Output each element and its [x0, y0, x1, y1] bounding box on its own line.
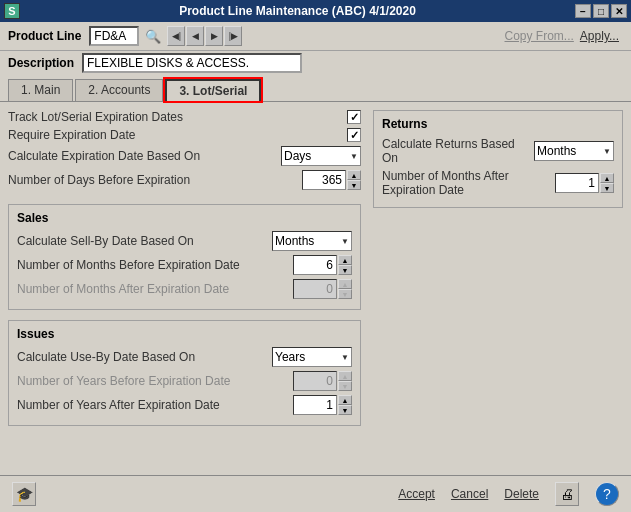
months-after-down: ▼ [338, 289, 352, 299]
require-exp-label: Require Expiration Date [8, 128, 343, 142]
days-before-up[interactable]: ▲ [347, 170, 361, 180]
description-row: Description [0, 51, 631, 75]
top-fields: Track Lot/Serial Expiration Dates Requir… [8, 110, 361, 194]
years-before-spin: 0 ▲ ▼ [293, 371, 352, 391]
years-before-value: 0 [293, 371, 337, 391]
close-button[interactable]: ✕ [611, 4, 627, 18]
months-before-spin: 6 ▲ ▼ [293, 255, 352, 275]
months-before-up[interactable]: ▲ [338, 255, 352, 265]
calc-exp-row: Calculate Expiration Date Based On Days … [8, 146, 361, 166]
delete-button[interactable]: Delete [504, 487, 539, 501]
bottom-left: 🎓 [12, 482, 36, 506]
issues-section: Issues Calculate Use-By Date Based On Ye… [8, 320, 361, 426]
right-panel: Returns Calculate Returns Based On Month… [373, 110, 623, 467]
useby-row: Calculate Use-By Date Based On Years ▼ [17, 347, 352, 367]
useby-label: Calculate Use-By Date Based On [17, 350, 268, 364]
returns-section: Returns Calculate Returns Based On Month… [373, 110, 623, 208]
years-after-spin-btns: ▲ ▼ [338, 395, 352, 415]
product-line-label: Product Line [8, 29, 81, 43]
returns-months-after-value[interactable]: 1 [555, 173, 599, 193]
description-label: Description [8, 56, 74, 70]
months-after-spin-btns: ▲ ▼ [338, 279, 352, 299]
minimize-button[interactable]: − [575, 4, 591, 18]
returns-months-after-spin: 1 ▲ ▼ [555, 173, 614, 193]
content-area: Track Lot/Serial Expiration Dates Requir… [0, 101, 631, 475]
months-before-down[interactable]: ▼ [338, 265, 352, 275]
require-exp-checkbox[interactable] [347, 128, 361, 142]
calc-exp-arrow: ▼ [350, 152, 358, 161]
days-before-spin-btns: ▲ ▼ [347, 170, 361, 190]
accept-button[interactable]: Accept [398, 487, 435, 501]
sellby-label: Calculate Sell-By Date Based On [17, 234, 268, 248]
months-after-label: Number of Months After Expiration Date [17, 282, 289, 296]
left-panel: Track Lot/Serial Expiration Dates Requir… [8, 110, 361, 467]
tab-accounts[interactable]: 2. Accounts [75, 79, 163, 101]
days-before-down[interactable]: ▼ [347, 180, 361, 190]
nav-next-button[interactable]: ▶ [205, 26, 223, 46]
apply-button[interactable]: Apply... [580, 29, 619, 43]
months-before-row: Number of Months Before Expiration Date … [17, 255, 352, 275]
years-before-spin-btns: ▲ ▼ [338, 371, 352, 391]
search-icon[interactable]: 🔍 [145, 29, 161, 44]
useby-value: Years [275, 350, 305, 364]
calc-exp-select[interactable]: Days ▼ [281, 146, 361, 166]
sales-title: Sales [17, 211, 352, 225]
days-before-spin: 365 ▲ ▼ [302, 170, 361, 190]
years-after-down[interactable]: ▼ [338, 405, 352, 415]
months-after-spin: 0 ▲ ▼ [293, 279, 352, 299]
days-before-label: Number of Days Before Expiration [8, 173, 298, 187]
maximize-button[interactable]: □ [593, 4, 609, 18]
cancel-button[interactable]: Cancel [451, 487, 488, 501]
bottom-bar: 🎓 Accept Cancel Delete 🖨 ? [0, 475, 631, 512]
days-before-value[interactable]: 365 [302, 170, 346, 190]
years-after-row: Number of Years After Expiration Date 1 … [17, 395, 352, 415]
returns-months-after-down[interactable]: ▼ [600, 183, 614, 193]
question-icon-button[interactable]: ? [595, 482, 619, 506]
bottom-right: Accept Cancel Delete 🖨 ? [398, 482, 619, 506]
window-controls: − □ ✕ [575, 4, 627, 18]
nav-prev-button[interactable]: ◀ [186, 26, 204, 46]
description-input[interactable] [82, 53, 302, 73]
years-after-label: Number of Years After Expiration Date [17, 398, 289, 412]
track-lot-label: Track Lot/Serial Expiration Dates [8, 110, 343, 124]
print-icon-button[interactable]: 🖨 [555, 482, 579, 506]
nav-last-button[interactable]: |▶ [224, 26, 242, 46]
sales-section: Sales Calculate Sell-By Date Based On Mo… [8, 204, 361, 310]
returns-calc-row: Calculate Returns Based On Months ▼ [382, 137, 614, 165]
useby-select[interactable]: Years ▼ [272, 347, 352, 367]
returns-months-after-spin-btns: ▲ ▼ [600, 173, 614, 193]
returns-months-after-row: Number of Months After Expiration Date 1… [382, 169, 614, 197]
track-lot-row: Track Lot/Serial Expiration Dates [8, 110, 361, 124]
months-before-label: Number of Months Before Expiration Date [17, 258, 289, 272]
years-before-row: Number of Years Before Expiration Date 0… [17, 371, 352, 391]
track-lot-checkbox[interactable] [347, 110, 361, 124]
years-before-label: Number of Years Before Expiration Date [17, 374, 289, 388]
years-after-value[interactable]: 1 [293, 395, 337, 415]
tab-bar: 1. Main 2. Accounts 3. Lot/Serial [0, 75, 631, 101]
sellby-arrow: ▼ [341, 237, 349, 246]
returns-calc-select[interactable]: Months ▼ [534, 141, 614, 161]
months-before-spin-btns: ▲ ▼ [338, 255, 352, 275]
returns-calc-value: Months [537, 144, 576, 158]
sellby-row: Calculate Sell-By Date Based On Months ▼ [17, 231, 352, 251]
help-icon-button[interactable]: 🎓 [12, 482, 36, 506]
product-line-input[interactable] [89, 26, 139, 46]
returns-calc-arrow: ▼ [603, 147, 611, 156]
returns-months-after-label: Number of Months After Expiration Date [382, 169, 551, 197]
returns-title: Returns [382, 117, 614, 131]
tab-main[interactable]: 1. Main [8, 79, 73, 101]
copy-from-button[interactable]: Copy From... [505, 29, 574, 43]
title-bar: S Product Line Maintenance (ABC) 4/1/202… [0, 0, 631, 22]
sellby-select[interactable]: Months ▼ [272, 231, 352, 251]
nav-buttons: ◀| ◀ ▶ |▶ [167, 26, 242, 46]
years-after-up[interactable]: ▲ [338, 395, 352, 405]
years-before-up: ▲ [338, 371, 352, 381]
days-before-row: Number of Days Before Expiration 365 ▲ ▼ [8, 170, 361, 190]
tab-lotserial[interactable]: 3. Lot/Serial [165, 79, 261, 101]
years-before-down: ▼ [338, 381, 352, 391]
returns-calc-label: Calculate Returns Based On [382, 137, 530, 165]
months-after-up: ▲ [338, 279, 352, 289]
returns-months-after-up[interactable]: ▲ [600, 173, 614, 183]
months-before-value[interactable]: 6 [293, 255, 337, 275]
nav-first-button[interactable]: ◀| [167, 26, 185, 46]
